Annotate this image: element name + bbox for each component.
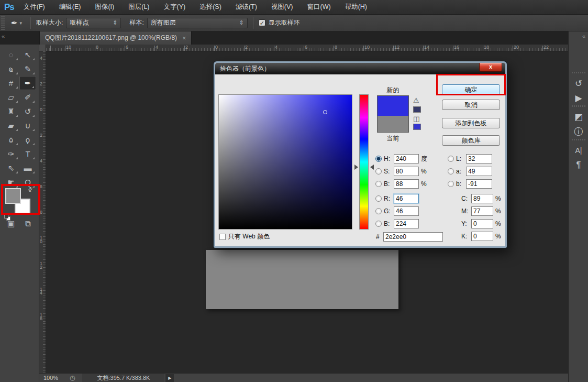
sample-size-value: 取样点 xyxy=(70,18,88,27)
eyedropper-tool-icon[interactable]: ✒ xyxy=(11,18,18,28)
c-input[interactable] xyxy=(471,194,493,203)
materials-panel[interactable]: ◩ xyxy=(569,110,588,124)
r-radio[interactable] xyxy=(375,195,382,202)
g-input[interactable] xyxy=(394,206,419,216)
b-input[interactable] xyxy=(394,179,419,189)
character-panel[interactable]: A| xyxy=(569,144,588,157)
menu-file[interactable]: 文件(F) xyxy=(24,3,45,12)
tab-close-icon[interactable]: × xyxy=(182,35,186,42)
brush-tool[interactable]: ✐ xyxy=(19,90,36,104)
menu-bar: Ps 文件(F)编辑(E)图像(I)图层(L)文字(Y)选择(S)滤镜(T)视图… xyxy=(0,0,588,15)
quick-mask-button[interactable]: ▣ xyxy=(3,217,19,230)
eyedropper-tool[interactable]: ✒ xyxy=(19,76,36,90)
s-input[interactable] xyxy=(394,167,419,176)
document-canvas[interactable] xyxy=(206,250,398,309)
gamut-warning-icon[interactable]: ⚠ xyxy=(413,96,419,104)
crop-tool[interactable]: # xyxy=(3,76,19,90)
status-menu-arrow[interactable]: ▶ xyxy=(165,374,174,382)
add-to-swatches-button[interactable]: 添加到色板 xyxy=(442,118,500,128)
document-tab[interactable]: QQ图片20181122100617.png @ 100%(RGB/8) × xyxy=(39,31,192,45)
g-radio[interactable] xyxy=(375,208,382,214)
menu-view[interactable]: 视图(V) xyxy=(271,3,293,12)
dialog-close-button[interactable]: x xyxy=(479,63,502,72)
dock-grip xyxy=(572,139,585,140)
cancel-button[interactable]: 取消 xyxy=(442,100,500,110)
k-input[interactable] xyxy=(471,232,493,241)
quick-selection-tool[interactable]: ✎ xyxy=(19,62,36,76)
path-selection-tool[interactable]: ⇖ xyxy=(3,161,19,175)
lasso-tool[interactable]: ҩ xyxy=(3,62,19,76)
paint-bucket-tool[interactable]: ∪ xyxy=(19,118,36,133)
type-tool[interactable]: T xyxy=(19,147,36,161)
brush-tool-icon: ✐ xyxy=(25,93,31,102)
history-panel[interactable]: ↺ xyxy=(569,77,588,90)
hue-slider-arrow-right[interactable] xyxy=(370,165,374,170)
current-color-label: 当前 xyxy=(377,134,409,143)
menu-select[interactable]: 选择(S) xyxy=(199,3,221,12)
actions-panel[interactable]: ▶ xyxy=(569,91,588,105)
status-bar: 100% ◷ 文档:395.7 K/383.8K ▶ xyxy=(39,373,568,382)
elliptical-marquee-tool-icon: ◌ xyxy=(9,50,14,59)
collapse-dock-icon[interactable]: « xyxy=(582,33,585,39)
menu-help[interactable]: 帮助(H) xyxy=(345,3,367,12)
a-input[interactable] xyxy=(466,167,492,176)
h-ruler-label: 6 xyxy=(305,45,307,50)
zoom-level[interactable]: 100% xyxy=(43,375,65,381)
gamut-safe-color-swatch[interactable] xyxy=(413,106,421,113)
b-lab-radio[interactable] xyxy=(448,181,454,187)
sample-label: 样本: xyxy=(129,18,143,27)
b-lab-input[interactable] xyxy=(466,179,492,189)
saturation-brightness-field[interactable] xyxy=(218,94,352,230)
pen-tool[interactable]: ✑ xyxy=(3,147,19,161)
elliptical-marquee-tool[interactable]: ◌ xyxy=(3,48,19,62)
move-tool[interactable]: ↖ xyxy=(19,48,36,62)
b-rgb-input[interactable] xyxy=(394,219,419,228)
info-panel[interactable]: ⓘ xyxy=(569,125,588,138)
h-radio[interactable] xyxy=(375,156,382,162)
r-input[interactable] xyxy=(394,194,419,203)
dialog-title-bar[interactable]: 拾色器（前景色） xyxy=(215,63,505,74)
l-input[interactable] xyxy=(466,154,492,163)
m-input[interactable] xyxy=(471,206,493,216)
b-radio[interactable] xyxy=(375,181,382,187)
menu-type[interactable]: 文字(Y) xyxy=(164,3,186,12)
clone-stamp-tool[interactable]: ♜ xyxy=(3,104,19,118)
l-label: L: xyxy=(456,155,464,162)
healing-brush-tool[interactable]: ▱ xyxy=(3,90,19,104)
l-radio[interactable] xyxy=(448,156,454,162)
history-brush-tool[interactable]: ↺ xyxy=(19,104,36,118)
web-safe-color-swatch[interactable] xyxy=(413,124,421,130)
color-libraries-button[interactable]: 颜色库 xyxy=(442,135,500,146)
h-ruler-label: 8 xyxy=(96,45,98,50)
menu-image[interactable]: 图像(I) xyxy=(95,3,114,12)
hue-slider-arrow-left[interactable] xyxy=(354,165,358,170)
tool-preset-caret-icon[interactable]: ▾ xyxy=(20,20,23,26)
y-input[interactable] xyxy=(471,219,493,228)
hue-slider[interactable] xyxy=(359,94,369,230)
a-radio[interactable] xyxy=(448,168,454,174)
shape-tool[interactable]: ▬ xyxy=(19,161,36,175)
web-colors-only-checkbox[interactable] xyxy=(219,234,226,240)
new-color-label: 新的 xyxy=(377,86,409,95)
b-rgb-radio[interactable] xyxy=(375,221,382,227)
menu-layer[interactable]: 图层(L) xyxy=(128,3,149,12)
sample-dropdown[interactable]: 所有图层 ⇕ xyxy=(147,18,248,28)
color-field-marker[interactable] xyxy=(323,110,327,114)
h-input[interactable] xyxy=(394,154,419,163)
menu-window[interactable]: 窗口(W) xyxy=(307,3,331,12)
menu-edit[interactable]: 编辑(E) xyxy=(59,3,81,12)
web-color-cube-icon[interactable]: ◫ xyxy=(413,115,419,123)
h-ruler-label: 4 xyxy=(156,45,158,50)
tool-grid: ◌↖ҩ✎#✒▱✐♜↺▰∪۵ϙ✑T⇖▬☛Q xyxy=(3,48,36,189)
s-radio[interactable] xyxy=(375,168,382,174)
hex-input[interactable] xyxy=(383,232,443,242)
show-sampling-ring-checkbox[interactable]: ✓ xyxy=(259,19,265,26)
screen-mode-button[interactable]: ⧉ xyxy=(19,217,36,230)
sample-size-dropdown[interactable]: 取样点 ⇕ xyxy=(66,18,121,28)
blur-tool[interactable]: ۵ xyxy=(3,133,19,147)
menu-filter[interactable]: 滤镜(T) xyxy=(236,3,257,12)
dodge-tool[interactable]: ϙ xyxy=(19,133,36,147)
paragraph-panel[interactable]: ¶ xyxy=(569,158,588,172)
collapse-panels-icon[interactable]: « xyxy=(2,33,5,39)
eraser-tool[interactable]: ▰ xyxy=(3,118,19,133)
